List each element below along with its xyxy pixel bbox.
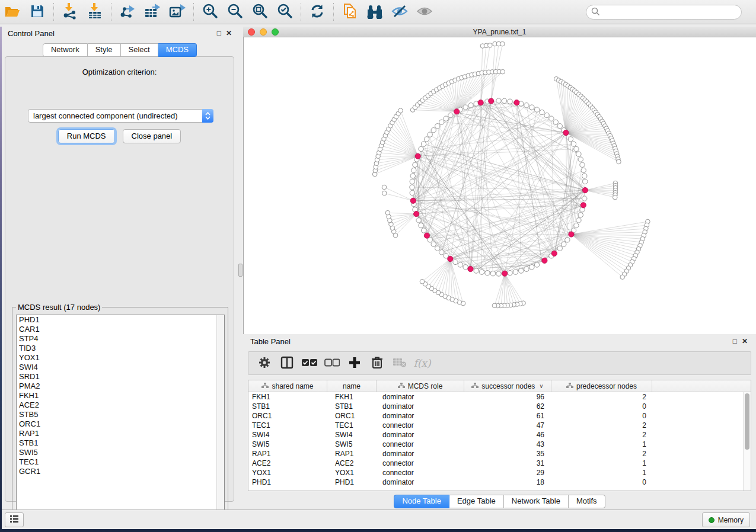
import-table-button[interactable] (83, 1, 107, 23)
network-node[interactable] (424, 137, 429, 142)
tab-select[interactable]: Select (121, 43, 158, 57)
column-header-name[interactable]: name (327, 380, 377, 392)
result-node-item[interactable]: SRD1 (17, 372, 224, 382)
network-node[interactable] (578, 213, 583, 217)
table-options-button[interactable] (254, 353, 275, 373)
network-node[interactable] (549, 116, 554, 121)
network-node[interactable] (431, 128, 436, 133)
network-node[interactable] (431, 242, 436, 246)
table-row[interactable]: TEC1TEC1connector472 (248, 421, 743, 430)
select-all-button[interactable] (299, 353, 320, 373)
network-node[interactable] (582, 196, 587, 201)
export-image-button[interactable] (165, 1, 189, 23)
column-header-predecessor-nodes[interactable]: predecessor nodes (551, 380, 652, 392)
float-panel-icon[interactable]: □ (217, 29, 221, 37)
mcds-result-list[interactable]: PHD1CAR1STP4TID3YOX1SWI4SRD1PMA2FKH1ACE2… (16, 315, 225, 525)
network-node[interactable] (448, 113, 453, 117)
table-tab-node-table[interactable]: Node Table (394, 495, 449, 508)
network-node[interactable] (578, 157, 583, 162)
network-node[interactable] (479, 270, 484, 274)
network-node[interactable] (508, 271, 512, 275)
close-panel-button[interactable]: Close panel (123, 129, 181, 143)
table-row[interactable]: YOX1YOX1connector291 (248, 468, 743, 477)
result-node-item[interactable]: YOX1 (17, 353, 224, 363)
network-node[interactable] (580, 162, 585, 167)
network-node[interactable] (444, 116, 448, 121)
network-node[interactable] (492, 303, 497, 308)
mcds-network-node[interactable] (502, 271, 508, 276)
float-table-panel-icon[interactable]: □ (733, 337, 737, 345)
zoom-selected-button[interactable] (273, 1, 296, 23)
network-node[interactable] (420, 280, 425, 284)
network-node[interactable] (617, 159, 621, 164)
network-node[interactable] (439, 250, 444, 255)
window-maximize-icon[interactable] (272, 28, 279, 36)
search-box[interactable] (586, 5, 742, 20)
result-node-item[interactable]: STP4 (17, 334, 224, 344)
network-node[interactable] (410, 190, 414, 195)
mcds-network-node[interactable] (489, 98, 494, 104)
table-row[interactable]: STB1STB1dominator620 (248, 402, 743, 411)
network-node[interactable] (458, 262, 462, 267)
network-node[interactable] (508, 99, 512, 104)
network-node[interactable] (453, 259, 458, 264)
vertical-splitter[interactable] (238, 27, 243, 507)
result-list-scrollbar[interactable] (216, 315, 224, 524)
network-node[interactable] (524, 267, 529, 271)
network-node[interactable] (496, 271, 501, 276)
mcds-network-node[interactable] (582, 187, 588, 193)
mcds-network-node[interactable] (424, 233, 429, 238)
network-node[interactable] (463, 265, 468, 270)
table-row[interactable]: FKH1FKH1dominator962 (248, 392, 743, 402)
column-header-shared-name[interactable]: shared name (248, 380, 327, 392)
network-node[interactable] (582, 174, 587, 178)
network-node[interactable] (576, 152, 581, 156)
network-node[interactable] (398, 108, 403, 113)
window-close-icon[interactable] (248, 28, 255, 36)
network-node[interactable] (574, 146, 579, 151)
result-node-item[interactable]: ACE2 (17, 400, 224, 410)
table-tab-network-table[interactable]: Network Table (504, 495, 569, 508)
mcds-network-node[interactable] (468, 266, 473, 271)
open-file-button[interactable] (1, 1, 24, 23)
column-header-MCDS-role[interactable]: MCDS role (377, 380, 464, 392)
network-node[interactable] (435, 246, 440, 251)
mcds-network-node[interactable] (448, 256, 453, 261)
network-node[interactable] (468, 103, 473, 108)
result-node-item[interactable]: PMA2 (17, 382, 224, 391)
splitter-grip[interactable] (238, 264, 243, 277)
tab-mcds[interactable]: MCDS (158, 43, 197, 57)
zoom-in-button[interactable] (198, 1, 222, 23)
network-node[interactable] (382, 191, 387, 196)
network-node[interactable] (576, 218, 581, 223)
mcds-network-node[interactable] (415, 153, 420, 159)
result-node-item[interactable]: GCR1 (17, 467, 224, 476)
network-node[interactable] (519, 268, 524, 273)
table-row[interactable]: RAP1RAP1dominator352 (248, 449, 743, 459)
network-node[interactable] (581, 168, 586, 172)
import-network-button[interactable] (58, 1, 82, 23)
new-network-from-selection-button[interactable] (338, 1, 362, 23)
network-node[interactable] (490, 271, 495, 275)
network-node[interactable] (513, 270, 518, 274)
result-node-item[interactable]: TEC1 (17, 457, 224, 467)
mcds-network-node[interactable] (514, 100, 519, 105)
mcds-network-node[interactable] (580, 203, 586, 208)
run-mcds-button[interactable]: Run MCDS (58, 129, 115, 143)
network-node[interactable] (557, 124, 562, 129)
network-node[interactable] (565, 238, 570, 242)
tab-style[interactable]: Style (88, 43, 121, 57)
network-node[interactable] (529, 265, 534, 270)
table-tab-motifs[interactable]: Motifs (569, 495, 605, 508)
mcds-network-node[interactable] (563, 130, 569, 136)
table-row[interactable]: SWI5SWI5connector431 (248, 440, 743, 449)
tab-network[interactable]: Network (43, 43, 88, 57)
export-network-button[interactable] (116, 1, 139, 23)
search-input[interactable] (600, 8, 741, 17)
network-node[interactable] (382, 185, 387, 190)
network-node[interactable] (502, 98, 506, 103)
network-node[interactable] (574, 223, 579, 227)
mcds-network-node[interactable] (478, 100, 483, 105)
network-node[interactable] (439, 120, 444, 124)
network-node[interactable] (421, 142, 426, 146)
